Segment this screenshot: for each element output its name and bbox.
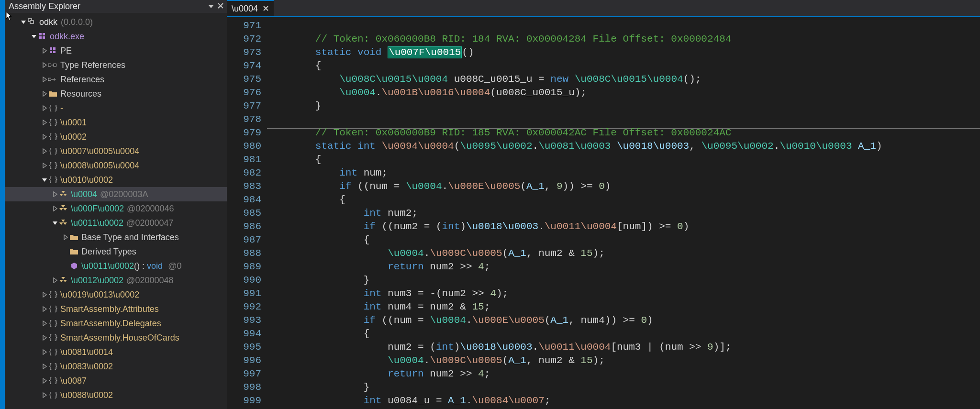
expand-icon[interactable] <box>41 291 48 298</box>
tree-row[interactable]: odkk (0.0.0.0) <box>5 15 227 29</box>
cursor-icon <box>6 11 12 21</box>
collapse-icon[interactable] <box>41 177 48 183</box>
code-line[interactable]: { <box>267 233 980 247</box>
tree-row[interactable]: Base Type and Interfaces <box>5 230 227 244</box>
expand-icon[interactable] <box>41 306 48 312</box>
line-number: 992 <box>227 300 261 314</box>
code-line[interactable]: \u008C\u0015\u0004 u008C_u0015_u = new \… <box>267 73 980 86</box>
tree-row[interactable]: Derived Types <box>5 244 227 259</box>
folder-icon <box>48 88 58 99</box>
tree-row[interactable]: PE <box>5 44 227 58</box>
code-line[interactable]: \u0004.\u001B\u0016\u0004(u008C_u0015_u)… <box>267 86 980 99</box>
code-line[interactable]: // Token: 0x060000B9 RID: 185 RVA: 0x000… <box>267 126 980 140</box>
code-line[interactable] <box>267 19 980 33</box>
tree-row[interactable]: { }\u0001 <box>5 115 227 130</box>
expand-icon[interactable] <box>52 205 58 212</box>
tree-row[interactable]: { }SmartAssembly.HouseOfCards <box>5 331 227 345</box>
expand-icon[interactable] <box>41 162 48 169</box>
code-line[interactable]: return num2 >> 4; <box>267 367 980 381</box>
code-line[interactable]: int u0084_u = A_1.\u0084\u0007; <box>267 394 980 408</box>
expand-icon[interactable] <box>41 76 48 83</box>
tree-row[interactable]: { }\u0002 <box>5 130 227 144</box>
code-line[interactable]: int num4 = num2 & 15; <box>267 300 980 314</box>
code-line[interactable]: } <box>267 381 980 394</box>
tree-label: \u0087 <box>60 376 87 386</box>
expand-icon[interactable] <box>41 105 48 111</box>
tree-label: \u0088\u0002 <box>60 390 113 400</box>
tree-row[interactable]: { }\u0010\u0002 <box>5 173 227 187</box>
collapse-icon[interactable] <box>52 220 58 226</box>
code-line[interactable]: { <box>267 153 980 166</box>
code-line[interactable]: { <box>267 327 980 341</box>
tab-u0004[interactable]: \u0004 <box>227 0 274 16</box>
tab-bar: \u0004 <box>227 0 980 16</box>
expand-icon[interactable] <box>52 191 58 198</box>
tree-row[interactable]: References <box>5 72 227 87</box>
code-line[interactable]: static void \u007F\u0015() <box>267 46 980 59</box>
assembly-explorer-panel: Assembly Explorer odkk (0.0.0.0)odkk.exe… <box>5 0 227 409</box>
code-line[interactable]: \u0004.\u009C\u0005(A_1, num2 & 15); <box>267 247 980 260</box>
code-line[interactable] <box>267 113 980 126</box>
tree-row[interactable]: { }\u0081\u0014 <box>5 345 227 359</box>
code-line[interactable]: if ((num = \u0004.\u000E\u0005(A_1, 9)) … <box>267 180 980 193</box>
tree-row[interactable]: { }\u0008\u0005\u0004 <box>5 158 227 173</box>
expand-icon[interactable] <box>41 47 48 54</box>
line-number: 983 <box>227 180 261 193</box>
tree-row[interactable]: odkk.exe <box>5 29 227 44</box>
tree-row[interactable]: Resources <box>5 87 227 101</box>
expand-icon[interactable] <box>41 62 48 68</box>
expand-icon[interactable] <box>41 148 48 155</box>
code-line[interactable]: } <box>267 99 980 113</box>
tree-row[interactable]: { }\u0019\u0013\u0002 <box>5 287 227 302</box>
code-line[interactable]: int num2; <box>267 207 980 220</box>
tree-row[interactable]: Type References <box>5 58 227 72</box>
expand-icon[interactable] <box>41 377 48 384</box>
tree-row[interactable]: \u0011\u0002() : void @0 <box>5 259 227 273</box>
code-line[interactable]: return num2 >> 4; <box>267 260 980 274</box>
expand-icon[interactable] <box>41 392 48 398</box>
code-line[interactable]: // Token: 0x060000B8 RID: 184 RVA: 0x000… <box>267 33 980 46</box>
expand-icon[interactable] <box>41 349 48 355</box>
tree-row[interactable]: { }SmartAssembly.Attributes <box>5 302 227 316</box>
tree-row[interactable]: { }\u0087 <box>5 374 227 388</box>
code-line[interactable]: int num; <box>267 166 980 180</box>
expand-icon[interactable] <box>41 119 48 126</box>
tree-row[interactable]: { }\u0088\u0002 <box>5 388 227 402</box>
code-line[interactable]: if ((num = \u0004.\u000E\u0005(A_1, num4… <box>267 314 980 327</box>
expand-icon[interactable] <box>52 277 58 284</box>
code-line[interactable]: num2 = (int)\u0018\u0003.\u0011\u0004[nu… <box>267 341 980 354</box>
collapse-icon[interactable] <box>20 19 27 25</box>
tree-row[interactable]: \u0004@0200003A <box>5 187 227 201</box>
code-line[interactable]: \u0004.\u009C\u0005(A_1, num2 & 15); <box>267 354 980 367</box>
tree-row[interactable]: { }- <box>5 101 227 115</box>
panel-close-button[interactable] <box>217 1 224 11</box>
expand-icon[interactable] <box>41 90 48 97</box>
tree-row[interactable]: { }\u0007\u0005\u0004 <box>5 144 227 158</box>
tree-row[interactable]: \u0012\u0002@02000048 <box>5 273 227 287</box>
tab-close-button[interactable] <box>263 4 269 14</box>
expand-icon[interactable] <box>41 363 48 370</box>
panel-menu-icon[interactable] <box>209 5 213 8</box>
tree-row[interactable]: \u000F\u0002@02000046 <box>5 201 227 216</box>
code-line[interactable]: int num3 = -(num2 >> 4); <box>267 287 980 300</box>
expand-icon[interactable] <box>41 320 48 327</box>
assembly-tree[interactable]: odkk (0.0.0.0)odkk.exePEType ReferencesR… <box>5 13 227 409</box>
tree-row[interactable]: \u0011\u0002@02000047 <box>5 216 227 230</box>
code-line[interactable]: static int \u0094\u0004(\u0095\u0002.\u0… <box>267 140 980 153</box>
code-line[interactable]: if ((num2 = (int)\u0018\u0003.\u0011\u00… <box>267 220 980 233</box>
ns-icon: { } <box>48 103 58 113</box>
expand-icon[interactable] <box>41 334 48 341</box>
ns-icon: { } <box>48 347 58 357</box>
tree-row[interactable]: { }SmartAssembly.Delegates <box>5 316 227 331</box>
expand-icon[interactable] <box>62 234 69 241</box>
ns-icon: { } <box>48 160 58 171</box>
code-line[interactable]: { <box>267 59 980 73</box>
code-line[interactable]: } <box>267 274 980 287</box>
code-line[interactable]: { <box>267 193 980 207</box>
line-number: 985 <box>227 207 261 220</box>
code-viewport[interactable]: // Token: 0x060000B8 RID: 184 RVA: 0x000… <box>267 17 980 409</box>
tree-row[interactable]: { }\u0083\u0002 <box>5 359 227 374</box>
expand-icon[interactable] <box>41 133 48 140</box>
line-number: 998 <box>227 381 261 394</box>
collapse-icon[interactable] <box>31 33 37 40</box>
